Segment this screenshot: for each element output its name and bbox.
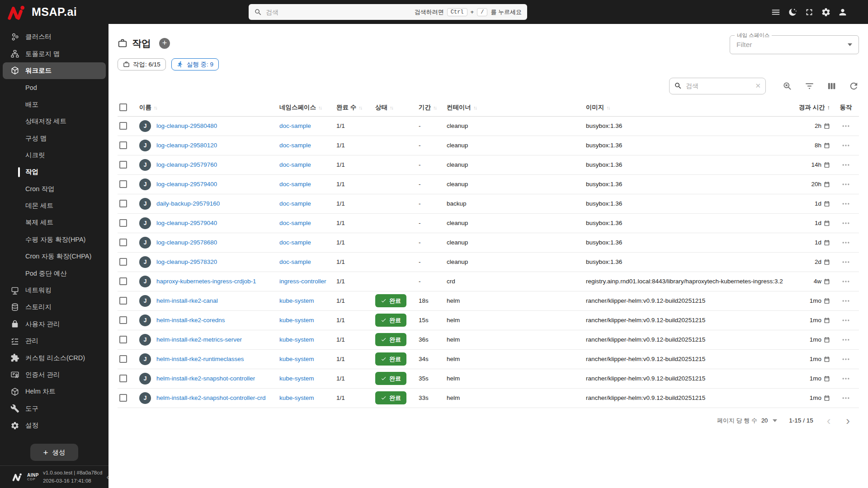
row-checkbox[interactable] [119,394,127,402]
row-actions-button[interactable] [840,236,852,249]
select-all-checkbox[interactable] [119,103,127,111]
sidebar-item-deployment[interactable]: 배포 [0,96,108,113]
namespace-link[interactable]: kube-system [279,336,314,343]
sidebar-item-storage[interactable]: 스토리지 [0,299,108,315]
namespace-link[interactable]: kube-system [279,317,314,324]
sidebar-item-workload[interactable]: 워크로드 [3,62,106,79]
sidebar-item-secret[interactable]: 시크릿 [0,147,108,164]
row-checkbox[interactable] [119,161,127,169]
sidebar-item-tools[interactable]: 도구 [0,400,108,417]
row-actions-button[interactable] [840,139,852,152]
sort-icons[interactable]: ↑↓ [390,105,393,110]
sidebar-item-custom-resource-crd[interactable]: 커스텀 리소스(CRD) [0,349,108,366]
sort-icons[interactable]: ↑↓ [607,105,610,110]
job-name-link[interactable]: log-cleanup-29579040 [156,220,217,226]
row-checkbox[interactable] [119,141,127,149]
column-header[interactable]: 컨테이너↑↓ [445,99,584,116]
row-actions-button[interactable] [840,392,852,404]
job-name-link[interactable]: log-cleanup-29578320 [156,258,217,265]
sidebar-item-helm-chart[interactable]: Helm 차트 [0,383,108,400]
sidebar-item-certificate-management[interactable]: 인증서 관리 [0,366,108,383]
sidebar-item-cronjob[interactable]: Cron 작업 [0,181,108,197]
create-button[interactable]: + 생성 [30,444,78,461]
namespace-filter-select[interactable]: 네임 스페이스 Filter [730,35,859,54]
job-name-link[interactable]: helm-install-rke2-snapshot-controller-cr… [156,394,266,401]
job-name-link[interactable]: log-cleanup-29580480 [156,122,217,129]
sidebar-item-job[interactable]: 작업 [0,164,108,180]
row-actions-button[interactable] [840,159,852,171]
clear-search-button[interactable]: ✕ [755,82,761,90]
row-actions-button[interactable] [840,256,852,268]
rows-per-page-select[interactable]: 페이지 당 행 수 20 [717,417,777,425]
row-actions-button[interactable] [840,217,852,230]
row-checkbox[interactable] [119,122,127,130]
jobs-count-chip[interactable]: 작업: 6/15 [118,58,166,70]
sidebar-item-statefulset[interactable]: 상태저장 세트 [0,113,108,130]
column-header[interactable]: 이미지↑↓ [584,99,792,116]
namespace-link[interactable]: doc-sample [279,258,311,265]
job-name-link[interactable]: log-cleanup-29579760 [156,161,217,168]
sidebar-item-replicaset[interactable]: 복제 세트 [0,214,108,231]
row-checkbox[interactable] [119,277,127,285]
search-off-button[interactable] [782,80,793,91]
sort-icons[interactable]: ↑↓ [359,105,362,110]
row-actions-button[interactable] [840,314,852,327]
columns-button[interactable] [826,80,837,91]
brand[interactable]: MSAP.ai [0,5,77,20]
column-header[interactable]: 완료 수↑↓ [335,99,373,116]
sidebar-item-hpa[interactable]: 수평 자동 확장(HPA) [0,231,108,248]
sort-asc-icon[interactable]: ↑ [827,104,830,111]
job-name-link[interactable]: log-cleanup-29578680 [156,239,217,246]
column-header[interactable]: 동작 [833,99,859,116]
sort-icons[interactable]: ↑↓ [433,105,436,110]
row-checkbox[interactable] [119,200,127,207]
job-name-link[interactable]: helm-install-rke2-canal [156,297,218,304]
job-name-link[interactable]: haproxy-kubernetes-ingress-crdjob-1 [156,278,256,285]
namespace-link[interactable]: doc-sample [279,200,311,207]
row-actions-button[interactable] [840,120,852,132]
sort-icons[interactable]: ↑↓ [473,105,476,110]
namespace-link[interactable]: doc-sample [279,142,311,149]
row-checkbox[interactable] [119,297,127,305]
topbar-dark-mode-button[interactable] [787,7,798,18]
row-checkbox[interactable] [119,336,127,343]
sidebar-item-management[interactable]: 관리 [0,333,108,349]
next-page-button[interactable]: › [844,415,852,427]
job-name-link[interactable]: helm-install-rke2-snapshot-controller [156,375,255,382]
namespace-link[interactable]: doc-sample [279,220,311,226]
add-job-button[interactable]: + [159,38,170,49]
namespace-link[interactable]: kube-system [279,394,314,401]
sidebar-item-daemonset[interactable]: 데몬 세트 [0,197,108,214]
job-name-link[interactable]: helm-install-rke2-metrics-server [156,336,242,343]
sidebar-item-pod[interactable]: Pod [0,79,108,96]
filter-button[interactable] [804,80,815,91]
row-actions-button[interactable] [840,372,852,385]
sidebar-item-networking[interactable]: 네트워킹 [0,282,108,299]
row-checkbox[interactable] [119,219,127,227]
row-checkbox[interactable] [119,375,127,382]
job-name-link[interactable]: log-cleanup-29580120 [156,142,217,149]
row-checkbox[interactable] [119,239,127,246]
row-actions-button[interactable] [840,353,852,366]
sidebar-item-topology-map[interactable]: 토폴로지 맵 [0,45,108,62]
sidebar-item-user-management[interactable]: 사용자 관리 [0,316,108,333]
namespace-link[interactable]: doc-sample [279,239,311,246]
sort-icons[interactable]: ↑↓ [154,105,157,110]
topbar-menu-button[interactable] [770,7,781,18]
global-search[interactable]: 검색하려면 Ctrl + / 를 누르세요 [249,4,527,20]
namespace-link[interactable]: ingress-controller [279,278,326,285]
sidebar-item-pdb[interactable]: Pod 중단 예산 [0,265,108,282]
row-actions-button[interactable] [840,275,852,288]
column-header[interactable]: 경과 시간↑ [792,99,833,116]
row-checkbox[interactable] [119,355,127,363]
running-count-chip[interactable]: 실행 중: 9 [171,58,219,70]
global-search-input[interactable] [266,9,411,16]
row-actions-button[interactable] [840,178,852,191]
namespace-link[interactable]: doc-sample [279,181,311,188]
column-header[interactable]: 상태↑↓ [373,99,417,116]
sort-icons[interactable]: ↑↓ [318,105,321,110]
job-name-link[interactable]: helm-install-rke2-coredns [156,317,225,324]
namespace-link[interactable]: doc-sample [279,122,311,129]
refresh-button[interactable] [848,80,859,91]
job-name-link[interactable]: log-cleanup-29579400 [156,181,217,188]
